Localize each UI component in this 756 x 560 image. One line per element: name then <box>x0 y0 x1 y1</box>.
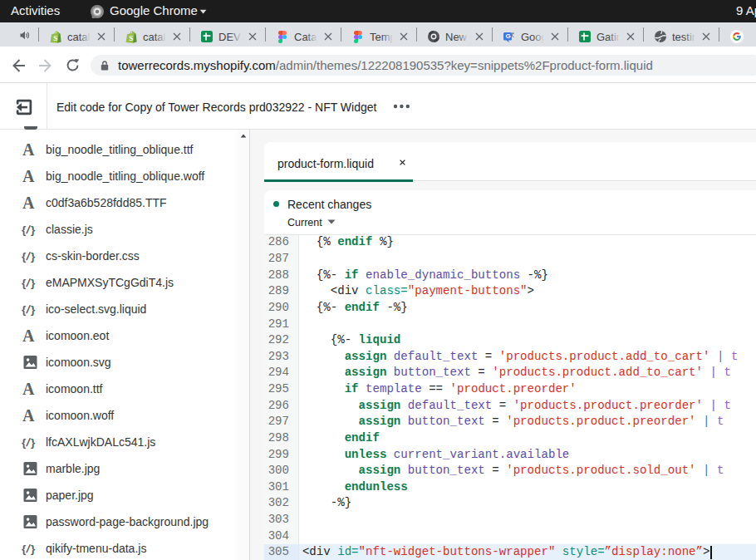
svg-text:S: S <box>129 34 133 42</box>
svg-text:G: G <box>506 32 511 40</box>
svg-text:S: S <box>53 34 57 42</box>
